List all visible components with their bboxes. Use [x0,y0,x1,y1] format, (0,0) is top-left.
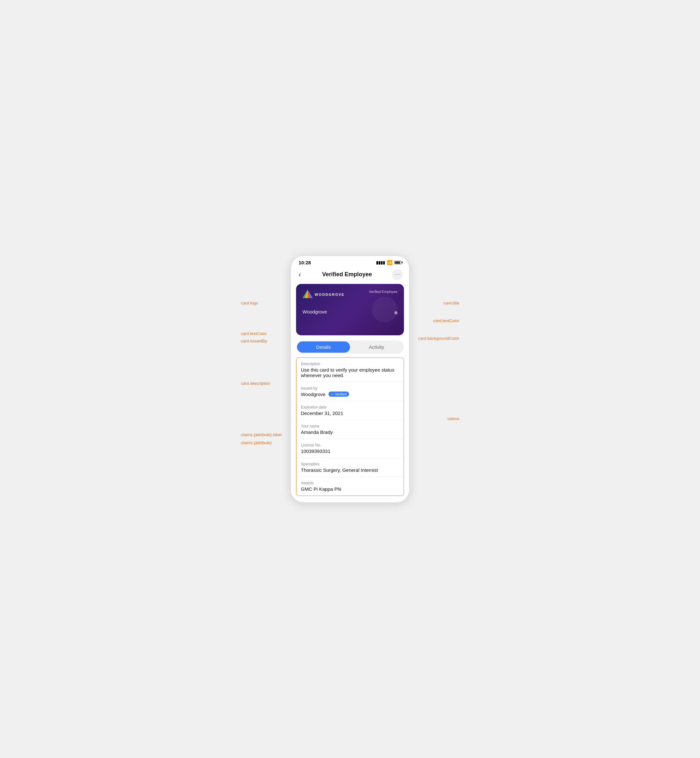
wifi-icon: 📶 [387,260,392,265]
phone-frame: 10:28 ▮▮▮▮ 📶 ‹ Verified Employee ··· [291,256,409,503]
issued-by-value-row: Woodgrove ✓ Verified [301,392,399,397]
ann-card-text-color-left: card.textColor [241,331,267,336]
specialties-value: Thorassic Surgery, General Internist [301,467,399,473]
expiration-label: Expiration date [301,405,399,409]
page-title: Verified Employee [322,271,372,278]
woodgrove-logo [303,290,313,299]
your-name-value: Amanda Brady [301,430,399,435]
tab-details[interactable]: Details [297,341,350,353]
ann-card-issued-by: card.issuedBy [241,339,267,343]
ann-claims-attr: claims.{attribute} [241,440,272,445]
ann-card-logo: card.logo [241,301,258,305]
specialties-label: Specialties [301,462,399,466]
description-label: Description [301,362,399,366]
issued-by-value: Woodgrove [301,392,325,397]
detail-license: License No. 10039393331 [296,439,404,458]
issued-by-label: Issued by [301,386,399,391]
card-title-badge: Verified Employee [369,290,397,294]
card-header: WOODGROVE Verified Employee [303,290,397,299]
expiration-value: December 31, 2021 [301,411,399,416]
detail-awards: Awards GMC Pi Kappa Phi [296,477,404,495]
ann-card-description: card.description [241,381,270,386]
license-value: 10039393331 [301,449,399,454]
nav-bar: ‹ Verified Employee ··· [291,268,409,284]
card-issuer: Woodgrove [303,309,327,314]
verified-check-icon: ✓ [331,392,334,396]
details-content: Description Use this card to verify your… [296,358,404,496]
ann-claims: claims [447,416,459,421]
detail-your-name: Your name Amanda Brady [296,420,404,439]
battery-icon [394,261,402,264]
card-logo: WOODGROVE [303,290,345,299]
ann-card-title: card.title [444,301,459,305]
verified-badge: ✓ Verified [328,392,349,397]
back-button[interactable]: ‹ [297,269,302,280]
ann-claims-attr-label: claims.{attribute}.label [241,432,281,437]
more-button[interactable]: ··· [392,269,403,280]
detail-expiration: Expiration date December 31, 2021 [296,401,404,420]
verified-label: Verified [334,392,347,396]
card-dot [394,311,397,314]
ann-card-text-color: card.textColor [433,318,459,323]
tabs-container: Details Activity [296,341,404,354]
page-wrapper: card.logo card.title card.textColor card… [238,236,462,522]
detail-specialties: Specialties Thorassic Surgery, General I… [296,458,404,477]
license-label: License No. [301,443,399,447]
your-name-label: Your name [301,424,399,428]
ann-card-bg-color: card.backgroundColor [418,336,459,341]
awards-value: GMC Pi Kappa Phi [301,486,399,492]
credential-card: WOODGROVE Verified Employee Woodgrove [296,284,404,335]
card-footer: Woodgrove [303,309,397,314]
status-bar: 10:28 ▮▮▮▮ 📶 [291,256,409,268]
signal-icon: ▮▮▮▮ [376,260,385,265]
more-icon: ··· [395,272,400,278]
description-value: Use this card to verify your employee st… [301,367,399,378]
detail-description: Description Use this card to verify your… [296,358,404,382]
status-icons: ▮▮▮▮ 📶 [376,260,402,265]
logo-text: WOODGROVE [315,292,345,297]
status-time: 10:28 [298,260,311,265]
tab-activity[interactable]: Activity [350,341,403,353]
detail-issued-by: Issued by Woodgrove ✓ Verified [296,382,404,401]
awards-label: Awards [301,481,399,485]
